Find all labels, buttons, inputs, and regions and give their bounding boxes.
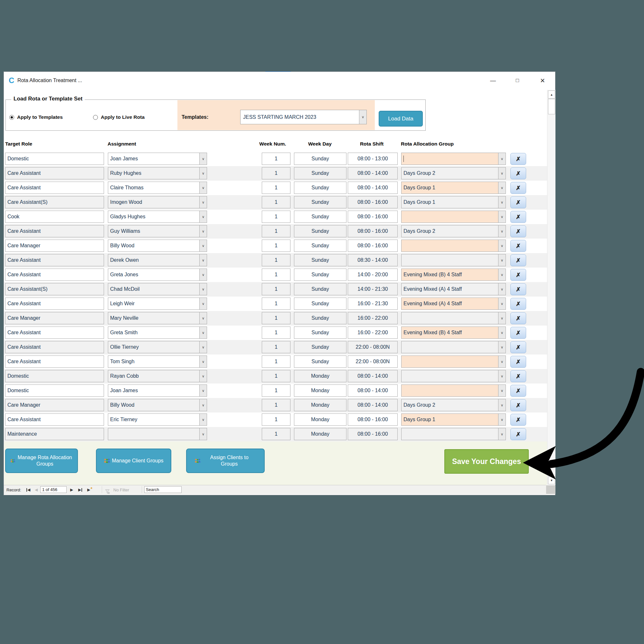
week-day-field[interactable]: Sunday [294, 167, 346, 179]
week-num-field[interactable]: 1 [262, 153, 290, 165]
week-num-field[interactable]: 1 [262, 182, 290, 194]
week-day-field[interactable]: Monday [294, 370, 346, 382]
load-data-button[interactable]: Load Data [379, 111, 423, 127]
rota-shift-field[interactable]: 08:00 - 14:00 [348, 399, 398, 411]
delete-row-button[interactable]: ✗ [510, 196, 526, 208]
assignment-combobox[interactable]: Chad McDoil ∨ [108, 283, 207, 295]
rota-group-combobox[interactable]: Evening Mixed (A) 4 Staff ∨ [401, 283, 506, 295]
delete-row-button[interactable]: ✗ [510, 269, 526, 281]
chevron-down-icon[interactable]: ∨ [199, 312, 207, 324]
target-role-field[interactable]: Care Manager [5, 399, 104, 411]
templates-combobox[interactable]: JESS STARTING MARCH 2023 ∨ [240, 110, 367, 124]
chevron-down-icon[interactable]: ∨ [498, 211, 506, 223]
week-day-field[interactable]: Sunday [294, 153, 346, 165]
manage-rota-allocation-groups-button[interactable]: Manage Rota Allocation Groups [5, 449, 78, 473]
week-num-field[interactable]: 1 [262, 211, 290, 223]
delete-row-button[interactable]: ✗ [510, 414, 526, 426]
rota-group-combobox[interactable]: ∨ [401, 240, 506, 252]
week-day-field[interactable]: Sunday [294, 211, 346, 223]
chevron-down-icon[interactable]: ∨ [199, 225, 207, 237]
rota-shift-field[interactable]: 08:00 - 14:00 [348, 370, 398, 382]
chevron-down-icon[interactable]: ∨ [199, 356, 207, 367]
delete-row-button[interactable]: ✗ [510, 385, 526, 397]
week-num-field[interactable]: 1 [262, 341, 290, 353]
week-day-field[interactable]: Sunday [294, 254, 346, 266]
week-day-field[interactable]: Sunday [294, 355, 346, 368]
rota-group-combobox[interactable]: Days Group 2 ∨ [401, 399, 506, 411]
delete-row-button[interactable]: ✗ [510, 254, 526, 266]
delete-row-button[interactable]: ✗ [510, 298, 526, 310]
week-day-field[interactable]: Monday [294, 428, 346, 440]
chevron-down-icon[interactable]: ∨ [199, 370, 207, 382]
assignment-combobox[interactable]: Tom Singh ∨ [108, 355, 207, 368]
search-input[interactable]: Search [144, 486, 182, 493]
target-role-field[interactable]: Care Assistant [5, 327, 104, 339]
chevron-down-icon[interactable]: ∨ [498, 254, 506, 266]
target-role-field[interactable]: Cook [5, 211, 104, 223]
rota-shift-field[interactable]: 08:00 - 16:00 [348, 413, 398, 426]
rota-group-combobox[interactable]: Days Group 1 ∨ [401, 182, 506, 194]
rota-group-combobox[interactable]: Days Group 2 ∨ [401, 167, 506, 179]
chevron-down-icon[interactable]: ∨ [199, 414, 207, 425]
rota-shift-field[interactable]: 22:00 - 08:00N [348, 355, 398, 368]
week-day-field[interactable]: Monday [294, 399, 346, 411]
week-num-field[interactable]: 1 [262, 413, 290, 426]
rota-shift-field[interactable]: 16:00 - 22:00 [348, 327, 398, 339]
assignment-combobox[interactable]: ∨ [108, 428, 207, 440]
chevron-down-icon[interactable]: ∨ [199, 196, 207, 208]
chevron-down-icon[interactable]: ∨ [199, 283, 207, 295]
rota-group-combobox[interactable]: Days Group 1 ∨ [401, 413, 506, 426]
week-num-field[interactable]: 1 [262, 327, 290, 339]
rota-shift-field[interactable]: 16:00 - 22:00 [348, 312, 398, 324]
week-num-field[interactable]: 1 [262, 269, 290, 281]
chevron-down-icon[interactable]: ∨ [498, 196, 506, 208]
scroll-down-button[interactable]: ▼ [548, 476, 555, 484]
chevron-down-icon[interactable]: ∨ [199, 385, 207, 396]
week-day-field[interactable]: Sunday [294, 298, 346, 310]
chevron-down-icon[interactable]: ∨ [498, 356, 506, 367]
delete-row-button[interactable]: ✗ [510, 356, 526, 368]
radio-apply-to-live-rota[interactable] [93, 115, 98, 120]
rota-group-combobox[interactable]: ∨ [401, 153, 506, 165]
rota-shift-field[interactable]: 08:00 - 16:00 [348, 240, 398, 252]
week-day-field[interactable]: Sunday [294, 327, 346, 339]
chevron-down-icon[interactable]: ∨ [199, 341, 207, 353]
chevron-down-icon[interactable]: ∨ [498, 153, 506, 165]
maximize-button[interactable]: □ [510, 74, 525, 87]
week-num-field[interactable]: 1 [262, 428, 290, 440]
delete-row-button[interactable]: ✗ [510, 327, 526, 339]
rota-shift-field[interactable]: 14:00 - 21:30 [348, 283, 398, 295]
delete-row-button[interactable]: ✗ [510, 341, 526, 353]
chevron-down-icon[interactable]: ∨ [199, 399, 207, 411]
rota-shift-field[interactable]: 22:00 - 08:00N [348, 341, 398, 353]
assignment-combobox[interactable]: Greta Jones ∨ [108, 269, 207, 281]
assignment-combobox[interactable]: Rayan Cobb ∨ [108, 370, 207, 382]
delete-row-button[interactable]: ✗ [510, 153, 526, 165]
week-num-field[interactable]: 1 [262, 384, 290, 397]
rota-shift-field[interactable]: 08:00 - 16:00 [348, 196, 398, 208]
chevron-down-icon[interactable]: ∨ [199, 240, 207, 251]
chevron-down-icon[interactable]: ∨ [498, 298, 506, 309]
target-role-field[interactable]: Care Assistant(S) [5, 283, 104, 295]
assignment-combobox[interactable]: Guy Williams ∨ [108, 225, 207, 237]
delete-row-button[interactable]: ✗ [510, 167, 526, 179]
delete-row-button[interactable]: ✗ [510, 211, 526, 223]
scroll-up-button[interactable]: ▲ [548, 90, 555, 99]
assignment-combobox[interactable]: Leigh Weir ∨ [108, 298, 207, 310]
week-num-field[interactable]: 1 [262, 167, 290, 179]
chevron-down-icon[interactable]: ∨ [199, 428, 207, 440]
week-day-field[interactable]: Sunday [294, 196, 346, 208]
chevron-down-icon[interactable]: ∨ [498, 428, 506, 440]
week-day-field[interactable]: Sunday [294, 269, 346, 281]
chevron-down-icon[interactable]: ∨ [498, 370, 506, 382]
chevron-down-icon[interactable]: ∨ [498, 283, 506, 295]
first-record-button[interactable]: ◀ [26, 485, 30, 494]
chevron-down-icon[interactable]: ∨ [498, 167, 506, 179]
save-your-changes-button[interactable]: Save Your Changes [444, 449, 529, 474]
week-day-field[interactable]: Sunday [294, 182, 346, 194]
chevron-down-icon[interactable]: ∨ [498, 414, 506, 425]
chevron-down-icon[interactable]: ∨ [199, 182, 207, 194]
delete-row-button[interactable]: ✗ [510, 370, 526, 382]
week-num-field[interactable]: 1 [262, 355, 290, 368]
manage-client-groups-button[interactable]: Manage Client Groups [96, 449, 171, 473]
